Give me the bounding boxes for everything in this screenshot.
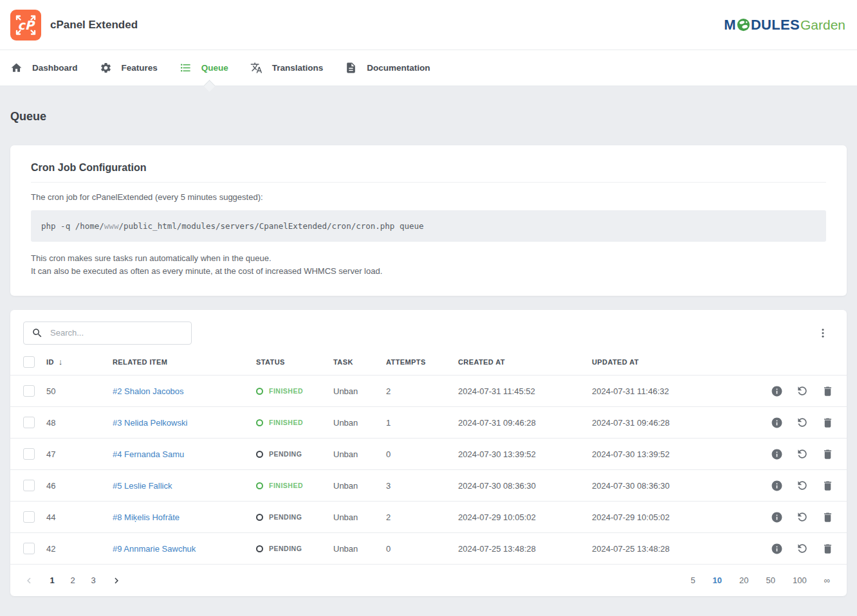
trash-icon — [822, 511, 834, 523]
info-icon — [771, 543, 783, 555]
restore-icon — [796, 542, 809, 555]
attempts-cell: 2 — [386, 386, 458, 396]
globe-icon — [737, 18, 750, 32]
delete-button[interactable] — [822, 448, 834, 460]
created-at-cell: 2024-07-31 11:45:52 — [458, 386, 592, 396]
updated-at-cell: 2024-07-30 13:39:52 — [592, 449, 769, 459]
table-row: 48 #3 Nelida Pelkowski FINISHED Unban 1 … — [10, 406, 847, 438]
row-checkbox[interactable] — [23, 511, 35, 523]
page-number[interactable]: 3 — [90, 575, 97, 585]
nav-item-translations[interactable]: Translations — [250, 62, 324, 74]
retry-button[interactable] — [796, 479, 809, 492]
nav-label: Features — [122, 63, 158, 73]
nav-label: Translations — [272, 63, 324, 73]
status-label: PENDING — [269, 513, 302, 521]
cron-note-line2: It can also be executed as often as ever… — [31, 265, 826, 278]
info-button[interactable] — [771, 385, 783, 397]
table-menu-kebab-icon[interactable] — [816, 326, 830, 340]
main-content: Queue Cron Job Configuration The cron jo… — [0, 110, 857, 596]
column-header-attempts[interactable]: ATTEMPTS — [386, 358, 458, 366]
column-header-created-at[interactable]: CREATED AT — [458, 358, 592, 366]
main-nav: Dashboard Features Queue Translations Do… — [0, 50, 857, 86]
status-ring-icon — [256, 545, 263, 552]
page-navigator: 1 2 3 — [23, 575, 122, 586]
row-checkbox[interactable] — [23, 385, 35, 397]
created-at-cell: 2024-07-29 10:05:02 — [458, 512, 592, 522]
top-header: cP cPanel Extended M DULES — [0, 0, 857, 50]
restore-icon — [796, 448, 809, 460]
page-size-option[interactable]: 5 — [690, 575, 695, 585]
restore-icon — [796, 416, 809, 429]
related-item-link[interactable]: #8 Miķelis Hofrāte — [113, 512, 180, 522]
translate-icon — [250, 62, 263, 74]
row-id: 48 — [46, 418, 113, 428]
next-page-button[interactable] — [111, 575, 122, 586]
related-item-link[interactable]: #4 Fernanda Samu — [113, 449, 184, 459]
brand-m-letter: M — [724, 18, 736, 32]
brand-dules-text: DULES — [751, 18, 800, 32]
page-number[interactable]: 2 — [69, 575, 76, 585]
cron-note-line1: This cron makes sure tasks run automatic… — [31, 252, 826, 265]
status-badge: PENDING — [256, 545, 333, 552]
status-label: PENDING — [269, 450, 302, 458]
info-button[interactable] — [771, 511, 783, 523]
select-all-checkbox[interactable] — [23, 356, 35, 368]
info-button[interactable] — [771, 417, 783, 429]
page-size-option[interactable]: 100 — [793, 575, 807, 585]
previous-page-button[interactable] — [23, 575, 35, 586]
app-title: cPanel Extended — [50, 19, 138, 32]
nav-item-queue[interactable]: Queue — [180, 62, 228, 74]
nav-item-documentation[interactable]: Documentation — [345, 62, 430, 74]
column-header-related-item[interactable]: RELATED ITEM — [113, 358, 256, 366]
page-size-option[interactable]: 50 — [766, 575, 775, 585]
search-icon — [32, 327, 43, 339]
page-size-option[interactable]: 20 — [739, 575, 748, 585]
related-item-link[interactable]: #2 Shalon Jacobos — [113, 386, 184, 396]
status-label: FINISHED — [269, 482, 303, 489]
retry-button[interactable] — [796, 385, 809, 397]
related-item-link[interactable]: #5 Leslie Fallick — [113, 481, 172, 491]
page-size-option-infinity[interactable]: ∞ — [824, 575, 830, 585]
page-number[interactable]: 1 — [49, 575, 55, 585]
info-button[interactable] — [771, 543, 783, 555]
delete-button[interactable] — [822, 417, 834, 429]
restore-icon — [796, 511, 809, 523]
related-item-link[interactable]: #3 Nelida Pelkowski — [113, 418, 187, 428]
related-item-link[interactable]: #9 Annmarie Sawchuk — [113, 544, 196, 554]
queue-table-card: ID ↓ RELATED ITEM STATUS TASK ATTEMPTS C… — [10, 310, 847, 596]
info-button[interactable] — [771, 448, 783, 460]
page-size-option[interactable]: 10 — [713, 575, 722, 585]
row-checkbox[interactable] — [23, 448, 35, 460]
gear-icon — [100, 62, 112, 74]
status-badge: PENDING — [256, 513, 333, 521]
retry-button[interactable] — [796, 448, 809, 460]
trash-icon — [822, 417, 834, 429]
nav-item-features[interactable]: Features — [100, 62, 158, 74]
delete-button[interactable] — [822, 543, 834, 555]
delete-button[interactable] — [822, 511, 834, 523]
status-ring-icon — [256, 482, 263, 489]
nav-item-dashboard[interactable]: Dashboard — [10, 62, 78, 74]
task-cell: Unban — [333, 544, 386, 554]
retry-button[interactable] — [796, 511, 809, 523]
status-ring-icon — [256, 514, 263, 521]
search-input[interactable] — [50, 328, 183, 338]
column-header-task[interactable]: TASK — [333, 358, 386, 366]
column-header-updated-at[interactable]: UPDATED AT — [592, 358, 769, 366]
modulesgarden-logo: M DULES Garden — [724, 18, 845, 32]
row-checkbox[interactable] — [23, 417, 35, 428]
row-checkbox[interactable] — [23, 543, 35, 554]
column-header-status[interactable]: STATUS — [256, 358, 333, 366]
delete-button[interactable] — [822, 385, 834, 397]
column-header-id[interactable]: ID ↓ — [46, 357, 113, 367]
task-cell: Unban — [333, 386, 386, 396]
document-icon — [345, 62, 357, 74]
status-ring-icon — [256, 451, 263, 458]
info-icon — [771, 417, 783, 429]
retry-button[interactable] — [796, 542, 809, 555]
delete-button[interactable] — [822, 480, 834, 492]
attempts-cell: 2 — [386, 512, 458, 522]
row-checkbox[interactable] — [23, 480, 35, 491]
retry-button[interactable] — [796, 416, 809, 429]
info-button[interactable] — [771, 480, 783, 492]
